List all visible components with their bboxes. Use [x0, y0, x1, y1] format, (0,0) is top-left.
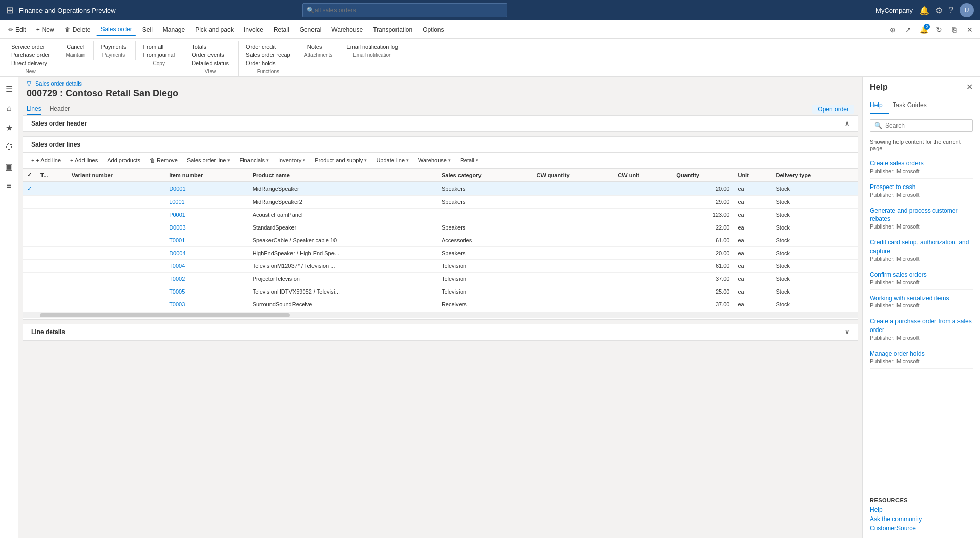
global-search[interactable]: 🔍	[302, 3, 507, 17]
tab-retail[interactable]: Retail	[269, 24, 294, 35]
help-item-title[interactable]: Confirm sales orders	[870, 271, 973, 279]
search-input[interactable]	[315, 7, 503, 14]
add-line-button[interactable]: + + Add line	[27, 156, 65, 165]
ribbon-payments[interactable]: Payments	[98, 43, 129, 50]
sales-order-lines-toggle[interactable]: Sales order lines	[23, 137, 858, 153]
warehouse-dropdown[interactable]: Warehouse ▾	[414, 156, 455, 165]
help-tab-task-guides[interactable]: Task Guides	[893, 97, 933, 114]
help-search[interactable]: 🔍	[870, 119, 973, 132]
nav-hamburger-icon[interactable]: ☰	[2, 81, 17, 96]
grid-icon[interactable]: ⊞	[6, 5, 14, 16]
ribbon-order-events[interactable]: Order events	[189, 51, 227, 58]
edit-button[interactable]: ✏ Edit	[4, 24, 30, 35]
cell-item[interactable]: T0001	[165, 234, 248, 247]
ribbon-cancel[interactable]: Cancel	[64, 43, 87, 50]
table-row[interactable]: ✓ D0001 MidRangeSpeaker Speakers 20.00 e…	[23, 182, 858, 196]
table-row[interactable]: P0001 AcousticFoamPanel 123.00 ea Stock	[23, 209, 858, 221]
help-search-input[interactable]	[885, 122, 968, 129]
ribbon-sales-recap[interactable]: Sales order recap	[243, 51, 294, 58]
help-item-title[interactable]: Generate and process customer rebates	[870, 206, 973, 224]
nav-favorites-icon[interactable]: ★	[2, 120, 17, 135]
ribbon-order-holds[interactable]: Order holds	[243, 59, 278, 67]
ribbon-order-credit[interactable]: Order credit	[243, 43, 279, 50]
ribbon-totals[interactable]: Totals	[189, 43, 210, 50]
tab-sales-order[interactable]: Sales order	[96, 24, 136, 36]
close-icon[interactable]: ✕	[964, 24, 976, 36]
ribbon-notes[interactable]: Notes	[304, 43, 325, 50]
cell-item[interactable]: T0004	[165, 260, 248, 273]
table-row[interactable]: D0003 StandardSpeaker Speakers 22.00 ea …	[23, 221, 858, 234]
resource-link[interactable]: Ask the community	[870, 515, 973, 523]
help-tab-help[interactable]: Help	[870, 97, 889, 114]
table-row[interactable]: L0001 MidRangeSpeaker2 Speakers 29.00 ea…	[23, 196, 858, 209]
refresh-icon[interactable]: ↻	[933, 24, 945, 36]
ribbon-from-journal[interactable]: From journal	[140, 51, 178, 58]
gear-icon[interactable]: ⚙	[935, 6, 943, 15]
ribbon-detailed-status[interactable]: Detailed status	[189, 59, 232, 67]
tab-manage[interactable]: Manage	[159, 24, 189, 35]
personalize-icon[interactable]: ⊕	[887, 24, 899, 36]
help-item-title[interactable]: Create sales orders	[870, 159, 973, 168]
inventory-dropdown[interactable]: Inventory ▾	[274, 156, 309, 165]
cell-item[interactable]: L0001	[165, 196, 248, 209]
nav-workspaces-icon[interactable]: ▣	[2, 159, 17, 174]
table-row[interactable]: T0001 SpeakerCable / Speaker cable 10 Ac…	[23, 234, 858, 247]
bell-icon[interactable]: 🔔	[919, 6, 929, 15]
help-close-button[interactable]: ✕	[966, 82, 973, 92]
breadcrumb[interactable]: Sales order details	[35, 80, 82, 87]
table-row[interactable]: T0002 ProjectorTelevision Television 37.…	[23, 273, 858, 285]
avatar[interactable]: U	[960, 3, 974, 17]
tab-pick-and-pack[interactable]: Pick and pack	[191, 24, 238, 35]
share-icon[interactable]: ⎘	[948, 24, 961, 36]
cell-item[interactable]: T0005	[165, 285, 248, 298]
new-button[interactable]: + New	[32, 24, 58, 35]
update-line-dropdown[interactable]: Update line ▾	[372, 156, 413, 165]
table-row[interactable]: T0004 TelevisionM12037* / Television ...…	[23, 260, 858, 273]
delete-button[interactable]: 🗑 Delete	[60, 24, 95, 35]
help-item-title[interactable]: Credit card setup, authorization, and ca…	[870, 238, 973, 256]
open-new-icon[interactable]: ↗	[902, 24, 914, 36]
tab-warehouse[interactable]: Warehouse	[327, 24, 367, 35]
cell-item[interactable]: D0003	[165, 221, 248, 234]
tab-header[interactable]: Header	[50, 103, 70, 115]
tab-general[interactable]: General	[296, 24, 326, 35]
help-item-title[interactable]: Prospect to cash	[870, 183, 973, 192]
help-item-title[interactable]: Create a purchase order from a sales ord…	[870, 317, 973, 335]
tab-options[interactable]: Options	[419, 24, 448, 35]
ribbon-purchase-order[interactable]: Purchase order	[8, 51, 53, 58]
retail-dropdown[interactable]: Retail ▾	[456, 156, 483, 165]
help-item-title[interactable]: Manage order holds	[870, 349, 973, 358]
table-row[interactable]: T0005 TelevisionHDTVX59052 / Televisi...…	[23, 285, 858, 298]
resource-link[interactable]: CustomerSource	[870, 525, 973, 532]
cell-item[interactable]: D0001	[165, 182, 248, 196]
line-details-toggle[interactable]: Line details ∨	[23, 324, 858, 340]
cell-item[interactable]: T0002	[165, 273, 248, 285]
nav-recent-icon[interactable]: ⏱	[2, 139, 17, 155]
resource-link[interactable]: Help	[870, 506, 973, 513]
ribbon-service-order[interactable]: Service order	[8, 43, 48, 50]
tab-lines[interactable]: Lines	[27, 103, 41, 115]
remove-button[interactable]: 🗑 Remove	[145, 156, 182, 165]
nav-home-icon[interactable]: ⌂	[2, 100, 17, 116]
table-row[interactable]: D0004 HighEndSpeaker / High End Spe... S…	[23, 247, 858, 260]
cell-item[interactable]: P0001	[165, 209, 248, 221]
cell-item[interactable]: D0004	[165, 247, 248, 260]
ribbon-email-log[interactable]: Email notification log	[343, 43, 401, 50]
help-icon[interactable]: ?	[949, 6, 953, 15]
filter-icon[interactable]: ▽	[27, 80, 31, 87]
add-lines-button[interactable]: + Add lines	[66, 156, 102, 165]
cell-item[interactable]: T0003	[165, 298, 248, 311]
tab-invoice[interactable]: Invoice	[240, 24, 267, 35]
product-supply-dropdown[interactable]: Product and supply ▾	[310, 156, 371, 165]
financials-dropdown[interactable]: Financials ▾	[235, 156, 273, 165]
ribbon-from-all[interactable]: From all	[140, 43, 166, 50]
nav-modules-icon[interactable]: ≡	[2, 178, 17, 194]
sales-order-header-toggle[interactable]: Sales order header ∧	[23, 116, 858, 132]
tab-sell[interactable]: Sell	[138, 24, 157, 35]
sales-order-line-dropdown[interactable]: Sales order line ▾	[183, 156, 234, 165]
help-item-title[interactable]: Working with serialized items	[870, 294, 973, 303]
add-products-button[interactable]: Add products	[103, 156, 144, 165]
horizontal-scrollbar[interactable]	[23, 312, 858, 318]
tab-transportation[interactable]: Transportation	[369, 24, 416, 35]
table-row[interactable]: T0003 SurroundSoundReceive Receivers 37.…	[23, 298, 858, 311]
